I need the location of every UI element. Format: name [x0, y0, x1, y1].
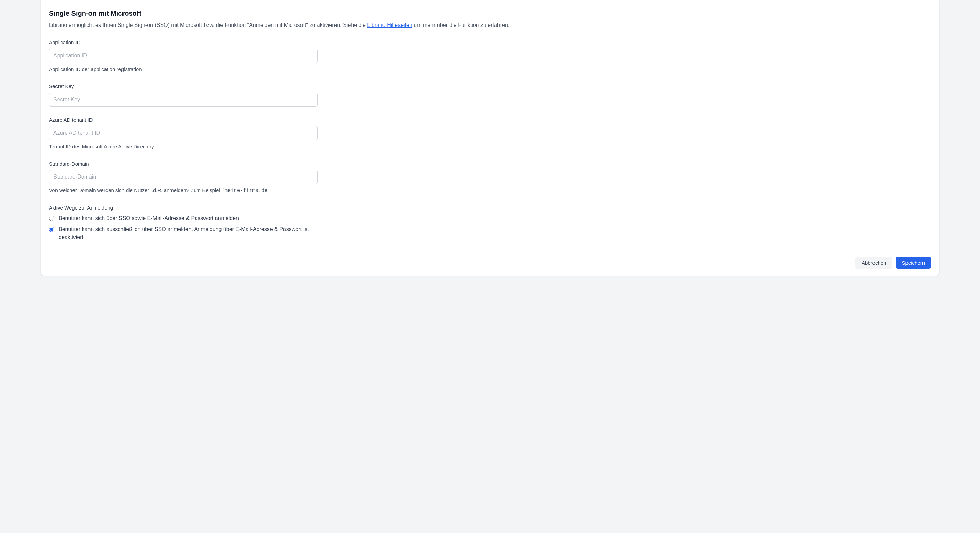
help-link[interactable]: Librario Hilfeseiten: [367, 22, 412, 28]
default-domain-help-code: `meine-firma.de`: [221, 187, 271, 194]
save-button[interactable]: Speichern: [896, 257, 931, 269]
default-domain-help: Von welcher Domain werden sich die Nutze…: [49, 187, 318, 195]
login-methods-label: Aktive Wege zur Anmeldung: [49, 204, 318, 212]
default-domain-help-pre: Von welcher Domain werden sich die Nutze…: [49, 187, 221, 193]
application-id-input[interactable]: [49, 49, 318, 63]
radio-both-label: Benutzer kann sich über SSO sowie E-Mail…: [59, 214, 239, 222]
secret-key-group: Secret Key: [49, 82, 318, 107]
default-domain-label: Standard-Domain: [49, 160, 318, 168]
radio-sso-only-item[interactable]: Benutzer kann sich ausschließlich über S…: [49, 225, 318, 241]
intro-text: Librario ermöglicht es Ihnen Single Sign…: [49, 21, 931, 29]
application-id-help: Application ID der application registrat…: [49, 66, 318, 73]
tenant-id-help: Tenant ID des Microsoft Azure Active Dir…: [49, 143, 318, 151]
application-id-group: Application ID Application ID der applic…: [49, 39, 318, 73]
secret-key-input[interactable]: [49, 92, 318, 107]
intro-pre: Librario ermöglicht es Ihnen Single Sign…: [49, 22, 367, 28]
default-domain-group: Standard-Domain Von welcher Domain werde…: [49, 160, 318, 195]
card-footer: Abbrechen Speichern: [41, 250, 939, 276]
page-title: Single Sign-on mit Microsoft: [49, 8, 931, 18]
tenant-id-input[interactable]: [49, 126, 318, 140]
intro-post: um mehr über die Funktion zu erfahren.: [412, 22, 509, 28]
sso-settings-card: Single Sign-on mit Microsoft Librario er…: [41, 0, 939, 276]
cancel-button[interactable]: Abbrechen: [856, 257, 892, 269]
secret-key-label: Secret Key: [49, 82, 318, 90]
radio-both-input[interactable]: [49, 216, 54, 221]
card-body: Single Sign-on mit Microsoft Librario er…: [41, 0, 939, 250]
login-methods-group: Aktive Wege zur Anmeldung Benutzer kann …: [49, 204, 318, 242]
radio-sso-only-label: Benutzer kann sich ausschließlich über S…: [59, 225, 318, 241]
radio-sso-only-input[interactable]: [49, 227, 54, 232]
tenant-id-label: Azure AD tenant ID: [49, 116, 318, 124]
radio-both-item[interactable]: Benutzer kann sich über SSO sowie E-Mail…: [49, 214, 318, 222]
tenant-id-group: Azure AD tenant ID Tenant ID des Microso…: [49, 116, 318, 151]
application-id-label: Application ID: [49, 39, 318, 47]
login-methods-radios: Benutzer kann sich über SSO sowie E-Mail…: [49, 214, 318, 241]
default-domain-input[interactable]: [49, 170, 318, 184]
